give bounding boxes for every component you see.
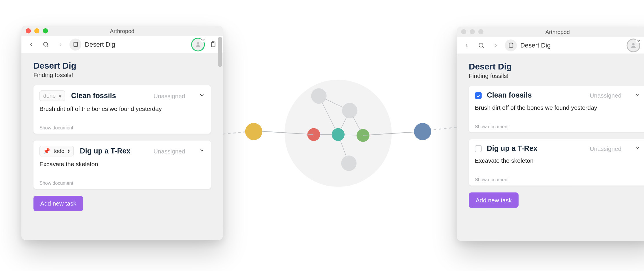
show-document-link[interactable]: Show document	[475, 177, 640, 182]
add-task-button[interactable]: Add new task	[469, 193, 519, 208]
back-button[interactable]	[26, 39, 37, 50]
project-title: Desert Dig	[33, 61, 211, 71]
task-card: 📌 todo ▴▾ Dig up a T-Rex Unassigned Exca…	[33, 140, 211, 189]
task-title: Clean fossils	[71, 91, 116, 100]
connection-indicator-icon	[636, 38, 641, 43]
task-description: Brush dirt off of the bones we found yes…	[475, 104, 640, 111]
sort-arrows-icon: ▴▾	[59, 94, 61, 98]
graph-node	[332, 128, 345, 141]
window-title: Arthropod	[21, 28, 223, 34]
toolbar: Desert Dig	[21, 36, 223, 53]
document-icon	[69, 38, 81, 50]
show-document-link[interactable]: Show document	[475, 124, 640, 129]
clipboard-button[interactable]	[207, 39, 218, 50]
svg-line-1	[47, 45, 48, 47]
document-icon	[505, 39, 517, 51]
clipboard-button[interactable]	[643, 40, 644, 51]
task-assignment[interactable]: Unassigned	[590, 92, 621, 99]
graph-endpoint-left	[245, 123, 262, 140]
search-button[interactable]	[40, 39, 51, 50]
task-description: Excavate the skeleton	[475, 157, 640, 164]
add-task-button[interactable]: Add new task	[33, 196, 83, 211]
network-diagram	[285, 80, 392, 187]
back-button[interactable]	[461, 40, 472, 51]
forward-button[interactable]	[490, 40, 501, 51]
breadcrumb[interactable]: Desert Dig	[69, 38, 115, 50]
task-description: Excavate the skeleton	[39, 161, 205, 168]
graph-node	[342, 103, 357, 118]
svg-point-3	[197, 42, 199, 44]
svg-point-11	[638, 42, 638, 42]
scroll-thumb[interactable]	[218, 37, 222, 67]
task-card: done ▴▾ Clean fossils Unassigned Brush d…	[33, 85, 211, 134]
svg-rect-2	[74, 42, 77, 47]
titlebar: Arthropod	[457, 27, 644, 37]
chevron-down-icon[interactable]	[634, 145, 640, 153]
avatar[interactable]	[627, 39, 639, 51]
graph-node	[307, 128, 320, 141]
avatar[interactable]	[192, 38, 204, 50]
task-title: Clean fossils	[487, 91, 532, 100]
svg-line-8	[482, 46, 484, 48]
content-area: Desert Dig Finding fossils! done ▴▾ Clea…	[21, 53, 223, 240]
scrollbar[interactable]	[218, 37, 222, 239]
svg-rect-9	[509, 43, 513, 47]
task-checkbox[interactable]	[475, 145, 482, 152]
window-left: Arthropod Desert Dig Desert Dig	[21, 26, 223, 240]
show-document-link[interactable]: Show document	[39, 180, 205, 186]
graph-node	[341, 155, 356, 171]
task-title: Dig up a T-Rex	[487, 144, 537, 153]
search-button[interactable]	[476, 40, 487, 51]
svg-point-10	[632, 43, 634, 45]
project-subtitle: Finding fossils!	[469, 72, 644, 79]
titlebar: Arthropod	[21, 26, 223, 36]
task-description: Brush dirt off of the bones we found yes…	[39, 105, 205, 112]
window-right: Arthropod Desert Dig Desert Dig	[457, 27, 644, 241]
chevron-down-icon[interactable]	[199, 92, 205, 100]
toolbar: Desert Dig	[457, 37, 644, 54]
sort-arrows-icon: ▴▾	[68, 149, 70, 153]
graph-endpoint-right	[414, 123, 431, 140]
breadcrumb[interactable]: Desert Dig	[505, 39, 550, 51]
forward-button[interactable]	[55, 39, 66, 50]
task-checkbox[interactable]	[475, 92, 482, 99]
pin-icon: 📌	[43, 148, 50, 154]
graph-node	[356, 129, 369, 142]
status-label: todo	[54, 148, 64, 154]
svg-point-4	[202, 41, 203, 41]
show-document-link[interactable]: Show document	[39, 125, 205, 130]
graph-node	[311, 88, 326, 104]
project-title: Desert Dig	[469, 62, 644, 72]
connection-indicator-icon	[200, 37, 205, 42]
project-subtitle: Finding fossils!	[33, 72, 211, 78]
svg-point-7	[479, 43, 483, 47]
status-label: done	[43, 93, 56, 99]
chevron-down-icon[interactable]	[199, 147, 205, 155]
task-title: Dig up a T-Rex	[80, 147, 131, 155]
task-card: Dig up a T-Rex Unassigned Excavate the s…	[469, 139, 644, 186]
chevron-down-icon[interactable]	[634, 92, 640, 100]
task-card: Clean fossils Unassigned Brush dirt off …	[469, 86, 644, 132]
task-assignment[interactable]: Unassigned	[153, 92, 185, 99]
window-title: Arthropod	[457, 28, 644, 35]
content-area: Desert Dig Finding fossils! Clean fossil…	[457, 54, 644, 241]
breadcrumb-label: Desert Dig	[85, 41, 115, 48]
status-select[interactable]: done ▴▾	[39, 90, 65, 101]
svg-point-0	[43, 42, 47, 46]
svg-line-24	[429, 127, 457, 130]
task-assignment[interactable]: Unassigned	[590, 145, 621, 152]
breadcrumb-label: Desert Dig	[520, 42, 551, 49]
status-select[interactable]: 📌 todo ▴▾	[39, 146, 74, 156]
task-assignment[interactable]: Unassigned	[153, 148, 185, 155]
